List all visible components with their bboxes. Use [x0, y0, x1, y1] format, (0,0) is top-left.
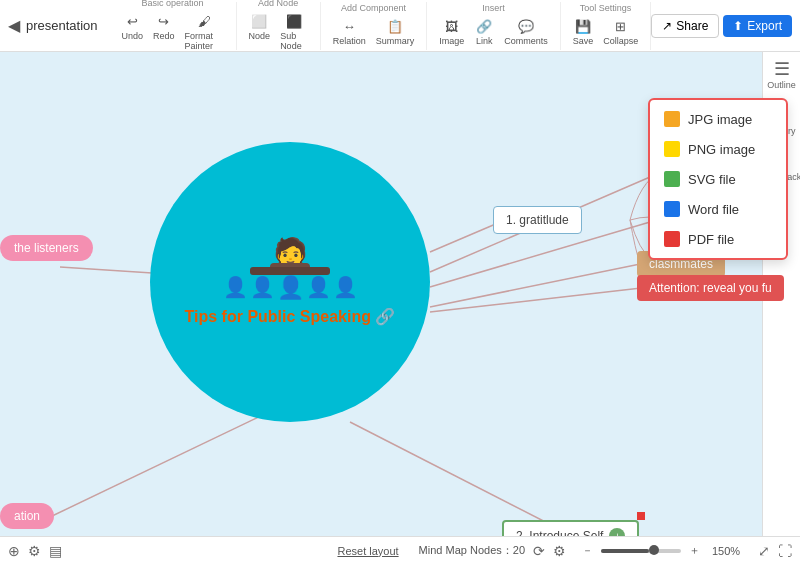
main-toolbar: ◀ presentation Basic operation ↩ Undo ↪ …	[0, 0, 800, 52]
toolbar-group-insert: Insert 🖼 Image 🔗 Link 💬 Comments	[427, 2, 561, 50]
share-button[interactable]: ↗ Share	[651, 14, 719, 38]
image-button[interactable]: 🖼 Image	[435, 15, 468, 48]
zoom-out-button[interactable]: －	[582, 543, 593, 558]
zoom-slider[interactable]	[601, 549, 681, 553]
jpg-icon	[664, 111, 680, 127]
group-label-insert: Insert	[482, 3, 505, 13]
sub-node-icon: ⬛	[284, 12, 304, 30]
export-button[interactable]: ⬆ Export	[723, 15, 792, 37]
redo-icon: ↪	[154, 12, 174, 30]
zoom-in-button[interactable]: ＋	[689, 543, 700, 558]
toolbar-group-add-node: Add Node ⬜ Node ⬛ Sub Node	[237, 2, 321, 50]
back-navigation[interactable]: ◀ presentation	[8, 16, 98, 35]
toolbar-group-basic: Basic operation ↩ Undo ↪ Redo 🖌 Format P…	[110, 2, 237, 50]
settings-bottom-icon[interactable]: ⚙	[28, 543, 41, 559]
export-dropdown-menu: JPG image PNG image SVG file Word file P…	[648, 98, 788, 260]
toolbar-group-tool-settings: Tool Settings 💾 Save ⊞ Collapse	[561, 2, 652, 50]
format-painter-button[interactable]: 🖌 Format Painter	[181, 10, 228, 53]
svg-line-7	[50, 402, 290, 517]
save-button[interactable]: 💾 Save	[569, 15, 598, 48]
group-label-basic: Basic operation	[142, 0, 204, 8]
summary-icon: 📋	[385, 17, 405, 35]
refresh-icon[interactable]: ⟳	[533, 543, 545, 559]
fullscreen-icon[interactable]: ⛶	[778, 543, 792, 559]
zoom-slider-handle[interactable]	[649, 545, 659, 555]
bottom-toolbar: ⊕ ⚙ ▤ Reset layout Mind Map Nodes：20 ⟳ ⚙…	[0, 536, 800, 564]
save-icon: 💾	[573, 17, 593, 35]
node-greetings-listeners[interactable]: the listeners	[0, 235, 93, 261]
comments-button[interactable]: 💬 Comments	[500, 15, 552, 48]
node-icon: ⬜	[249, 12, 269, 30]
pdf-icon	[664, 231, 680, 247]
central-mind-map-node[interactable]: 🧑 👤 👤 👤 👤 👤 Tips for Public Speaking 🔗	[150, 142, 430, 422]
sub-node-button[interactable]: ⬛ Sub Node	[276, 10, 312, 53]
export-jpg-item[interactable]: JPG image	[650, 104, 786, 134]
share-icon: ↗	[662, 19, 672, 33]
nodes-count-label: Mind Map Nodes：20	[419, 543, 525, 558]
svg-line-4	[430, 262, 650, 307]
image-icon: 🖼	[442, 17, 462, 35]
png-icon	[664, 141, 680, 157]
node-ation[interactable]: ation	[0, 503, 54, 529]
central-node-label: Tips for Public Speaking 🔗	[165, 307, 416, 326]
outline-icon: ☰	[774, 60, 790, 78]
layers-bottom-icon[interactable]: ▤	[49, 543, 62, 559]
toolbar-group-add-component: Add Component ↔ Relation 📋 Summary	[321, 2, 428, 50]
format-painter-icon: 🖌	[194, 12, 214, 30]
node-button[interactable]: ⬜ Node	[245, 10, 275, 53]
export-svg-item[interactable]: SVG file	[650, 164, 786, 194]
export-icon: ⬆	[733, 19, 743, 33]
add-node-bottom-icon[interactable]: ⊕	[8, 543, 20, 559]
central-node-illustration: 🧑 👤 👤 👤 👤 👤	[223, 239, 358, 299]
red-dot-indicator	[637, 512, 645, 520]
relation-icon: ↔	[339, 17, 359, 35]
group-label-tool-settings: Tool Settings	[580, 3, 632, 13]
export-png-item[interactable]: PNG image	[650, 134, 786, 164]
svg-line-5	[430, 287, 650, 312]
sidebar-outline-button[interactable]: ☰ Outline	[767, 60, 796, 90]
comments-icon: 💬	[516, 17, 536, 35]
zoom-slider-fill	[601, 549, 649, 553]
svg-icon	[664, 171, 680, 187]
undo-icon: ↩	[122, 12, 142, 30]
zoom-percent-label: 150%	[712, 545, 750, 557]
fit-screen-icon[interactable]: ⤢	[758, 543, 770, 559]
word-icon	[664, 201, 680, 217]
back-arrow-icon[interactable]: ◀	[8, 16, 20, 35]
reset-layout-button[interactable]: Reset layout	[337, 545, 398, 557]
collapse-button[interactable]: ⊞ Collapse	[599, 15, 642, 48]
svg-line-6	[350, 422, 565, 532]
summary-button[interactable]: 📋 Summary	[372, 15, 419, 48]
link-icon: 🔗	[474, 17, 494, 35]
group-label-add-node: Add Node	[258, 0, 298, 8]
mind-map-canvas[interactable]: 🧑 👤 👤 👤 👤 👤 Tips for Public Speaking 🔗 t…	[0, 52, 800, 564]
app-title: presentation	[26, 18, 98, 33]
node-attention[interactable]: Attention: reveal you fu	[637, 275, 784, 301]
export-word-item[interactable]: Word file	[650, 194, 786, 224]
relation-button[interactable]: ↔ Relation	[329, 15, 370, 48]
redo-button[interactable]: ↪ Redo	[149, 10, 179, 53]
group-label-add-component: Add Component	[341, 3, 406, 13]
undo-button[interactable]: ↩ Undo	[118, 10, 148, 53]
node-gratitude[interactable]: 1. gratitlude	[493, 206, 582, 234]
export-pdf-item[interactable]: PDF file	[650, 224, 786, 254]
link-button[interactable]: 🔗 Link	[470, 15, 498, 48]
collapse-icon: ⊞	[611, 17, 631, 35]
settings2-icon[interactable]: ⚙	[553, 543, 566, 559]
